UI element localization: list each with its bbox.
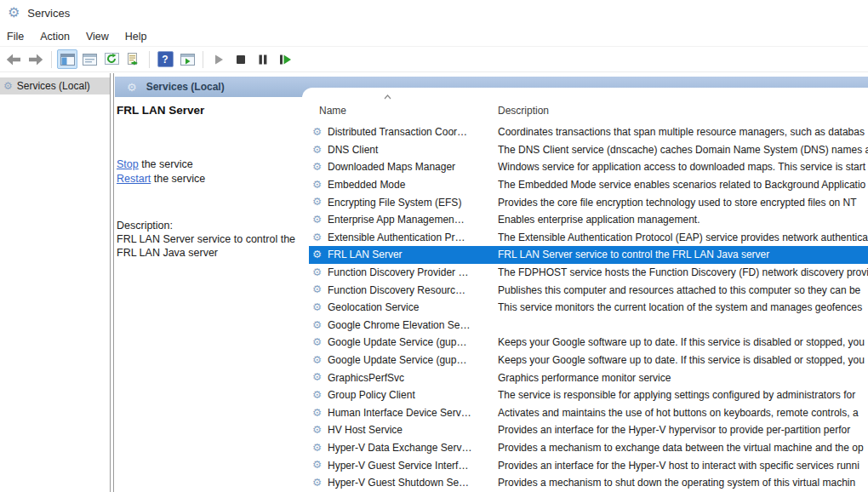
service-row[interactable]: ⚙DNS ClientThe DNS Client service (dnsca… <box>309 141 868 159</box>
service-row[interactable]: ⚙Hyper-V Guest Shutdown Se…Provides a me… <box>309 474 868 492</box>
forward-button[interactable] <box>26 49 46 69</box>
service-name-cell: Geolocation Service <box>328 301 498 313</box>
service-name-cell: Function Discovery Resourc… <box>328 284 498 296</box>
service-description-cell: Enables enterprise application managemen… <box>498 214 868 226</box>
window-title: Services <box>27 7 70 20</box>
service-row[interactable]: ⚙Downloaded Maps ManagerWindows service … <box>309 158 868 176</box>
service-row[interactable]: ⚙Extensible Authentication Pr…The Extens… <box>309 229 868 247</box>
service-gear-icon: ⚙ <box>312 425 324 436</box>
properties-button[interactable] <box>79 49 100 69</box>
service-row[interactable]: ⚙FRL LAN ServerFRL LAN Server service to… <box>309 246 868 264</box>
service-gear-icon: ⚙ <box>312 145 324 156</box>
service-gear-icon: ⚙ <box>312 408 324 419</box>
show-action-pane-button[interactable] <box>177 49 197 69</box>
restart-service-button[interactable] <box>275 49 295 69</box>
pause-icon <box>257 54 269 66</box>
service-gear-icon: ⚙ <box>312 320 324 331</box>
service-row[interactable]: ⚙Enterprise App Managemen…Enables enterp… <box>309 211 868 229</box>
sort-ascending-icon <box>384 94 391 100</box>
service-name-cell: GraphicsPerfSvc <box>328 372 498 384</box>
service-description-cell: Graphics performance monitor service <box>498 372 868 384</box>
service-gear-icon: ⚙ <box>312 390 324 401</box>
service-gear-icon: ⚙ <box>312 127 324 138</box>
pause-service-button[interactable] <box>253 49 273 69</box>
refresh-button[interactable] <box>101 49 122 69</box>
service-description-cell: Provides an interface for the Hyper-V hy… <box>498 424 868 436</box>
service-gear-icon: ⚙ <box>312 284 324 295</box>
service-name-cell: Encrypting File System (EFS) <box>328 197 498 209</box>
service-gear-icon: ⚙ <box>312 162 324 173</box>
services-content-pane: ⚙ Services (Local) FRL LAN Server Stop t… <box>114 75 868 492</box>
services-window: ⚙ Services File Action View Help ? <box>0 0 868 492</box>
selected-service-name: FRL LAN Server <box>117 104 204 117</box>
toolbar-separator <box>149 51 150 68</box>
menu-bar: File Action View Help <box>0 27 868 47</box>
service-row[interactable]: ⚙Embedded ModeThe Embedded Mode service … <box>309 176 868 194</box>
show-console-tree-button[interactable] <box>57 49 77 69</box>
service-name-cell: Google Update Service (gup… <box>328 354 498 366</box>
service-row[interactable]: ⚙Encrypting File System (EFS)Provides th… <box>309 193 868 211</box>
service-list-panel: Name Description ⚙Distributed Transactio… <box>302 88 868 492</box>
back-arrow-icon <box>6 54 21 66</box>
menu-view[interactable]: View <box>86 29 118 44</box>
service-row[interactable]: ⚙Google Update Service (gup…Keeps your G… <box>309 334 868 352</box>
service-gear-icon: ⚙ <box>312 197 324 208</box>
start-service-button[interactable] <box>208 49 229 69</box>
help-button[interactable]: ? <box>155 49 175 69</box>
column-header-name[interactable]: Name <box>319 105 346 117</box>
service-name-cell: Group Policy Client <box>328 389 498 401</box>
service-name-cell: Downloaded Maps Manager <box>328 161 498 173</box>
service-row[interactable]: ⚙Google Chrome Elevation Se… <box>309 317 868 335</box>
service-name-cell: Enterprise App Managemen… <box>328 214 498 226</box>
service-gear-icon: ⚙ <box>312 337 324 348</box>
service-gear-icon: ⚙ <box>312 478 324 489</box>
stop-service-suffix: the service <box>139 158 193 170</box>
menu-action[interactable]: Action <box>40 29 79 44</box>
restart-service-line: Restart the service <box>117 172 205 186</box>
service-gear-icon: ⚙ <box>312 249 324 260</box>
tree-item-services-local[interactable]: ⚙ Services (Local) <box>0 77 110 94</box>
service-row[interactable]: ⚙Function Discovery Provider …The FDPHOS… <box>309 264 868 282</box>
stop-service-button[interactable] <box>231 49 251 69</box>
service-name-cell: HV Host Service <box>328 424 498 436</box>
service-row[interactable]: ⚙Function Discovery Resourc…Publishes th… <box>309 281 868 299</box>
toolbar: ? <box>0 47 868 72</box>
service-row[interactable]: ⚙GraphicsPerfSvcGraphics performance mon… <box>309 369 868 386</box>
service-name-cell: Distributed Transaction Coor… <box>328 126 498 138</box>
service-row[interactable]: ⚙Hyper-V Data Exchange Serv…Provides a m… <box>309 439 868 457</box>
description-label: Description: <box>117 220 173 232</box>
service-row[interactable]: ⚙HV Host ServiceProvides an interface fo… <box>309 421 868 439</box>
export-list-icon <box>127 53 140 66</box>
service-description-cell: The DNS Client service (dnscache) caches… <box>498 144 868 156</box>
service-gear-icon: ⚙ <box>312 443 324 454</box>
service-description-cell: Coordinates transactions that span multi… <box>498 126 868 138</box>
restart-service-link[interactable]: Restart <box>117 173 151 185</box>
service-name-cell: FRL LAN Server <box>328 249 498 260</box>
stop-service-line: Stop the service <box>117 157 205 172</box>
service-description-cell: Publishes this computer and resources at… <box>498 284 868 296</box>
service-gear-icon: ⚙ <box>312 267 324 278</box>
title-bar: ⚙ Services <box>0 0 868 26</box>
service-row[interactable]: ⚙Geolocation ServiceThis service monitor… <box>309 299 868 317</box>
export-list-button[interactable] <box>123 49 144 69</box>
column-header-description[interactable]: Description <box>498 105 549 117</box>
service-description-cell: The Extensible Authentication Protocol (… <box>498 232 868 243</box>
service-description-cell: Keeps your Google software up to date. I… <box>498 336 868 348</box>
stop-service-link[interactable]: Stop <box>117 158 139 170</box>
service-gear-icon: ⚙ <box>312 460 324 471</box>
service-name-cell: DNS Client <box>328 144 498 156</box>
services-node-icon: ⚙ <box>3 81 13 91</box>
service-name-cell: Google Chrome Elevation Se… <box>328 319 498 331</box>
service-row[interactable]: ⚙Group Policy ClientThe service is respo… <box>309 386 868 404</box>
service-row[interactable]: ⚙Distributed Transaction Coor…Coordinate… <box>309 123 868 141</box>
help-icon: ? <box>157 51 174 67</box>
back-button[interactable] <box>3 49 24 69</box>
menu-file[interactable]: File <box>7 29 33 44</box>
service-row[interactable]: ⚙Hyper-V Guest Service Interf…Provides a… <box>309 456 868 474</box>
service-row[interactable]: ⚙Human Interface Device Serv…Activates a… <box>309 404 868 422</box>
menu-help[interactable]: Help <box>125 29 157 44</box>
service-name-cell: Hyper-V Data Exchange Serv… <box>328 442 498 454</box>
console-tree-icon <box>60 54 75 66</box>
service-row[interactable]: ⚙Google Update Service (gup…Keeps your G… <box>309 352 868 369</box>
service-name-cell: Human Interface Device Serv… <box>328 407 498 419</box>
